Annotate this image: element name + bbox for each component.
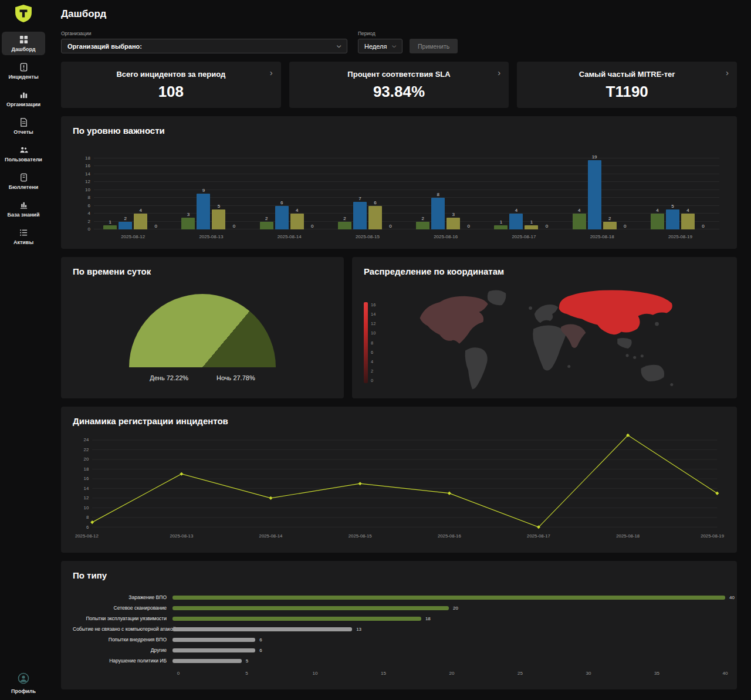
legend-tick: 4 — [371, 359, 376, 364]
svg-text:2025-08-15: 2025-08-15 — [349, 533, 373, 539]
profile-icon — [18, 672, 29, 687]
x-axis-label: 2025-08-13 — [172, 234, 250, 239]
type-value-label: 6 — [259, 637, 262, 642]
bar-value-label: 8 — [437, 192, 439, 197]
legend-tick: 16 — [371, 302, 376, 307]
stat-card-title: Самый частый MITRE-тег — [526, 70, 728, 79]
bulletins-icon — [19, 173, 28, 182]
svg-text:12: 12 — [84, 495, 89, 501]
bar-value-label: 6 — [374, 200, 376, 205]
profile-label: Профиль — [11, 688, 36, 694]
sidebar-item-1[interactable]: Инциденты — [2, 59, 45, 83]
organizations-filter: Организации Организаций выбрано: ⌵ — [61, 31, 347, 53]
sidebar-item-2[interactable]: Организации — [2, 87, 45, 110]
page-title: Дашборд — [61, 8, 737, 20]
x-axis-tick: 0 — [177, 671, 180, 676]
sidebar-item-label: Пользователи — [5, 157, 42, 163]
stats-row: Всего инцидентов за период›108Процент со… — [61, 62, 737, 108]
organizations-select-value: Организаций выбрано: — [67, 43, 142, 50]
organizations-icon — [19, 90, 28, 99]
chevron-right-icon[interactable]: › — [726, 67, 729, 77]
apply-button[interactable]: Применить — [410, 39, 458, 53]
chevron-right-icon[interactable]: › — [498, 67, 500, 77]
sidebar-item-0[interactable]: Дашборд — [2, 32, 45, 55]
bar — [588, 160, 601, 229]
profile-button[interactable]: Профиль — [11, 672, 36, 694]
chevron-right-icon[interactable]: › — [270, 67, 273, 77]
period-select[interactable]: Неделя ⌵ — [358, 39, 402, 53]
type-bar — [172, 617, 421, 621]
bar — [290, 214, 304, 229]
type-row: Сетевое сканирование20 — [73, 603, 725, 613]
bar-value-label: 2 — [124, 216, 126, 221]
x-axis-tick: 40 — [723, 671, 728, 676]
bar — [446, 218, 460, 229]
sidebar-item-3[interactable]: Отчеты — [2, 114, 45, 138]
bar-value-label: 0 — [154, 224, 157, 229]
dashboard-icon — [19, 35, 28, 44]
geo-chart-title: Распределение по координатам — [364, 266, 725, 276]
bar-value-label: 9 — [202, 188, 205, 193]
bar-value-label: 0 — [389, 224, 391, 229]
type-track: 40 — [172, 592, 725, 603]
severity-chart-title: По уровню важности — [73, 126, 725, 136]
bar-value-label: 2 — [265, 216, 268, 221]
middle-row: По времени суток День 72.22% Ночь 27.78%… — [61, 249, 737, 398]
bar — [353, 202, 367, 229]
x-axis-tick: 10 — [313, 671, 318, 676]
bar — [494, 225, 508, 229]
sidebar-item-5[interactable]: Бюллетени — [2, 170, 45, 193]
knowledge-icon — [19, 201, 28, 209]
stat-card-title: Всего инцидентов за период — [70, 70, 272, 79]
sidebar-nav: ДашбордИнцидентыОрганизацииОтчетыПользов… — [2, 32, 45, 248]
stat-card-value: T1190 — [526, 83, 728, 101]
bar-value-label: 0 — [702, 224, 704, 229]
x-axis-label: 2025-08-12 — [94, 234, 172, 239]
daynight-chart-card: По времени суток День 72.22% Ночь 27.78% — [61, 257, 344, 398]
organizations-select[interactable]: Организаций выбрано: ⌵ — [61, 39, 347, 53]
type-track: 5 — [172, 655, 725, 666]
bar-value-label: 4 — [686, 208, 689, 213]
bar — [651, 214, 664, 229]
types-chart-title: По типу — [73, 570, 725, 580]
type-bar — [172, 596, 725, 600]
type-bar — [172, 627, 352, 631]
svg-text:2025-08-16: 2025-08-16 — [438, 533, 461, 539]
sidebar-item-7[interactable]: Активы — [2, 225, 45, 248]
app-logo[interactable] — [15, 5, 32, 22]
type-track: 20 — [172, 603, 725, 613]
bar-value-label: 5 — [218, 204, 220, 209]
x-axis-tick: 35 — [654, 671, 659, 676]
bar-value-label: 0 — [311, 224, 313, 229]
period-select-value: Неделя — [364, 43, 387, 50]
legend-tick: 12 — [371, 321, 376, 326]
bar-group-2025-08-12: 1240 — [94, 154, 172, 229]
x-axis-tick: 30 — [586, 671, 591, 676]
svg-text:14: 14 — [84, 486, 89, 491]
gauge-labels: День 72.22% Ночь 27.78% — [73, 374, 332, 381]
sidebar-item-6[interactable]: База знаний — [2, 197, 45, 221]
type-label: Попытки внедрения ВПО — [73, 637, 172, 642]
bar-group-2025-08-18: 41920 — [563, 154, 641, 229]
type-row: Заражение ВПО40 — [73, 592, 725, 603]
chevron-down-icon: ⌵ — [392, 43, 396, 49]
stat-card-2[interactable]: Самый частый MITRE-тег›T1190 — [517, 62, 737, 108]
stat-card-1[interactable]: Процент соответствия SLA›93.84% — [289, 62, 509, 108]
bar-value-label: 3 — [187, 212, 190, 217]
stat-card-value: 93.84% — [299, 83, 500, 101]
type-value-label: 40 — [729, 595, 735, 600]
main-content: Дашборд Организации Организаций выбрано:… — [47, 0, 751, 689]
type-track: 18 — [172, 613, 725, 624]
bar — [197, 194, 210, 229]
x-axis-tick: 25 — [517, 671, 523, 676]
bar-value-label: 4 — [515, 208, 517, 213]
svg-text:8: 8 — [86, 515, 89, 520]
type-label: Другие — [73, 647, 172, 653]
stat-card-0[interactable]: Всего инцидентов за период›108 — [61, 62, 281, 108]
sidebar-item-4[interactable]: Пользователи — [2, 142, 45, 165]
x-axis-tick: 5 — [245, 671, 248, 676]
daynight-gauge — [129, 294, 276, 367]
bar — [368, 206, 382, 229]
period-filter-label: Период — [358, 31, 458, 36]
bar-group-2025-08-15: 2760 — [329, 154, 407, 229]
